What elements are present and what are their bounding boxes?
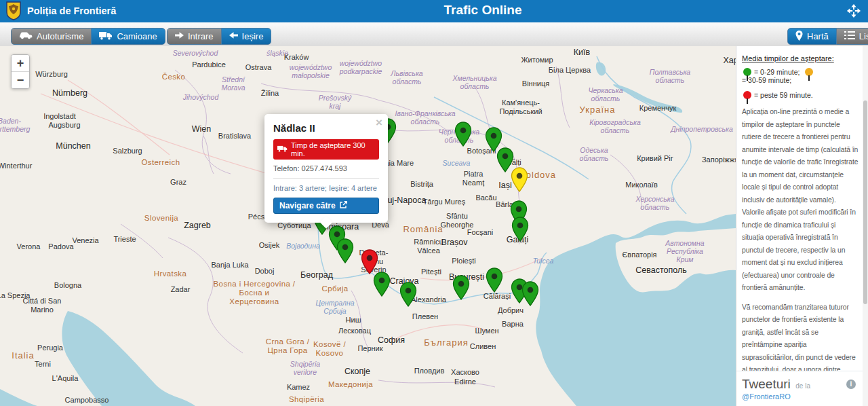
iesire-label: Ieșire [242,31,264,41]
camioane-button[interactable]: Camioane [91,28,165,45]
tweets-widget: Tweeturi de la @FrontieraRO i [736,371,863,406]
info-icon[interactable]: i [846,380,856,389]
map-terrain [0,46,736,406]
lista-button[interactable]: Listă [836,28,868,45]
map-pin-green[interactable] [486,267,503,293]
iesire-button[interactable]: Ieșire [221,28,272,45]
navigate-button[interactable]: Navigare către [273,198,379,214]
close-icon[interactable]: × [376,116,382,130]
map-pin-green[interactable] [452,275,470,300]
car-icon [19,31,33,41]
tweets-subtitle: de la [795,382,810,390]
red-pin-icon [743,91,751,99]
zoom-out-button[interactable]: − [12,71,29,88]
divider [273,178,379,179]
legend-label-yellow: = 30-59 minute; [742,76,791,84]
map-pin-green[interactable] [373,272,391,297]
page-title: Trafic Online [443,3,521,18]
legend-row: = 0-29 minute; = 30-59 minute; [742,68,859,84]
direction-button-group: Intrare Ieșire [167,28,271,45]
navigate-label: Navigare către [279,201,336,210]
intrare-button[interactable]: Intrare [167,28,222,45]
popup-title: Nădlac II [273,122,379,134]
legend-label-red: = peste 59 minute. [754,91,813,99]
truck-icon [99,31,113,42]
camioane-label: Camioane [117,31,157,41]
map-pin-green[interactable] [336,238,354,263]
crossing-popup: × Nădlac II Timp de așteptare 300 min. T… [264,114,388,223]
yellow-pin-icon [805,68,813,76]
view-button-group: Hartă Listă [787,28,868,45]
zoom-control: + − [11,54,30,89]
popup-phone: Telefon: 0257.474.593 [273,164,379,172]
map-pin-green[interactable] [521,281,539,306]
map-pin-green[interactable] [511,217,529,242]
sidebar-scrollbar [863,46,868,406]
border-police-logo-icon [5,1,22,23]
app-header: Poliția de Frontieră Trafic Online [0,0,868,23]
fullscreen-icon[interactable] [846,3,861,21]
harta-label: Hartă [807,31,829,41]
popup-lanes: Intrare: 3 artere; Ieșire: 4 artere [273,184,379,192]
map-canvas[interactable]: WürzburgNürnbergIngolstadtAugsburgMünche… [0,46,736,406]
toolbar: Autoturisme Camioane Intrare Ieșire Hart… [0,22,868,47]
lista-label: Listă [859,31,868,41]
legend-title: Media timpilor de așteptare: [742,54,859,62]
autoturisme-button[interactable]: Autoturisme [11,28,92,45]
brand-title: Poliția de Frontieră [27,0,116,22]
sidebar: Media timpilor de așteptare: = 0-29 minu… [736,46,868,406]
green-pin-icon [743,68,751,76]
harta-button[interactable]: Hartă [787,28,837,45]
map-pin-green[interactable] [454,122,472,147]
twitter-handle-link[interactable]: @FrontieraRO [742,392,859,401]
legend-label-green: = 0-29 minute; [754,68,800,76]
tweets-title: Tweeturi [742,377,791,391]
scrollbar-thumb[interactable] [863,100,867,304]
sidebar-paragraph: Aplicația on-line prezintă o medie a tim… [742,106,859,295]
vehicle-button-group: Autoturisme Camioane [11,28,165,45]
map-pin-red[interactable] [361,249,378,274]
map-marker-icon [795,31,803,43]
external-link-icon [340,201,347,210]
wait-time-badge: Timp de așteptare 300 min. [273,139,379,160]
sidebar-description: Aplicația on-line prezintă o medie a tim… [742,106,859,402]
map-pin-green[interactable] [399,282,417,307]
intrare-label: Intrare [188,31,214,41]
arrow-right-icon [175,31,184,41]
wait-time-label: Timp de așteptare 300 min. [291,141,375,158]
list-icon [844,31,855,41]
autoturisme-label: Autoturisme [37,31,83,41]
truck-icon [277,145,288,153]
arrow-left-icon [229,31,238,41]
zoom-in-button[interactable]: + [12,55,29,71]
map-pin-yellow[interactable] [511,167,528,192]
legend-row: = peste 59 minute. [742,91,859,99]
